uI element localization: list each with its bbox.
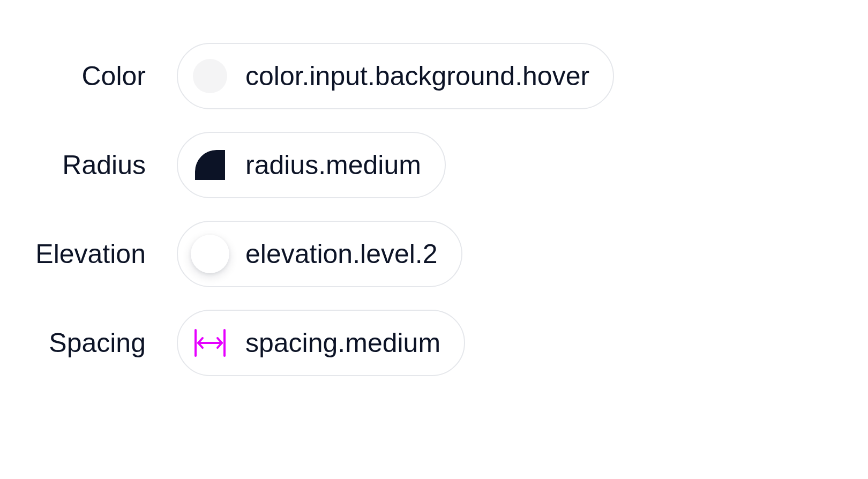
elevation-swatch-icon — [193, 237, 227, 271]
token-name: radius.medium — [245, 149, 421, 181]
token-pill-radius[interactable]: radius.medium — [177, 132, 446, 198]
token-pill-spacing[interactable]: spacing.medium — [177, 310, 465, 376]
color-swatch-icon — [193, 59, 227, 93]
token-name: spacing.medium — [245, 327, 440, 358]
token-row-color: Color color.input.background.hover — [0, 43, 868, 109]
token-pill-color[interactable]: color.input.background.hover — [177, 43, 614, 109]
radius-swatch-icon — [193, 148, 227, 182]
token-row-spacing: Spacing spacing.medium — [0, 310, 868, 376]
token-label: Elevation — [0, 238, 177, 270]
token-name: color.input.background.hover — [245, 61, 589, 92]
token-row-radius: Radius radius.medium — [0, 132, 868, 198]
token-label: Spacing — [0, 327, 177, 358]
spacing-swatch-icon — [193, 326, 227, 360]
token-label: Radius — [0, 149, 177, 181]
token-label: Color — [0, 61, 177, 92]
token-pill-elevation[interactable]: elevation.level.2 — [177, 221, 462, 287]
token-row-elevation: Elevation elevation.level.2 — [0, 221, 868, 287]
token-name: elevation.level.2 — [245, 238, 438, 270]
